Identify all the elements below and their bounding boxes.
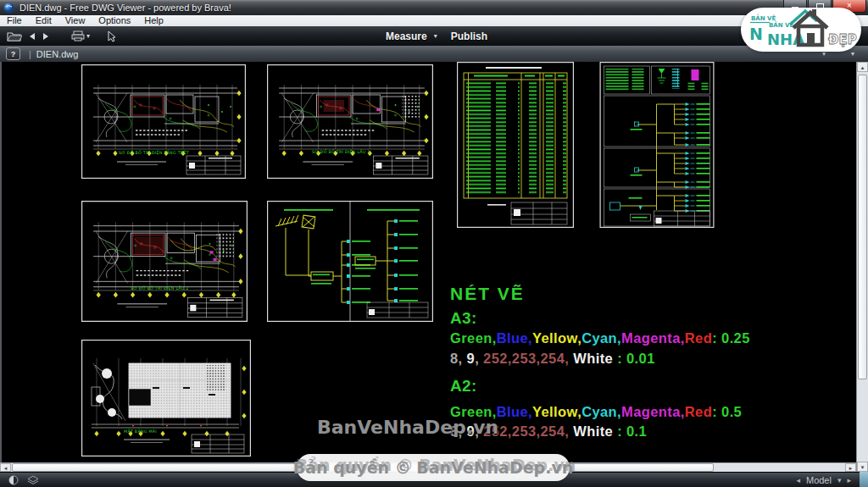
- menu-bar: File Edit View Options Help: [0, 15, 868, 27]
- logo-small-text: BẢN VẼ: [751, 14, 776, 22]
- legend-a2-label: A2:: [450, 377, 477, 396]
- legend-segment: ,: [565, 351, 573, 366]
- sheet-caption: MẶT BẰNG MÁI: [124, 429, 157, 434]
- watermark-bottom: Bản quyền © BanVeNhaDep.vn: [297, 454, 570, 481]
- sheet-caption: SƠ ĐỒ BỐ TRÍ ĐIỆN LẦU 1: [312, 149, 370, 154]
- legend-segment: 0.01: [626, 351, 655, 366]
- legend-segment: 9: [467, 351, 476, 366]
- forward-button[interactable]: [39, 28, 53, 44]
- legend-segment: Cyan,: [581, 330, 621, 346]
- logo-graphic: BẢN VẼ N BẢN VẼ NHÀ ĐẸP: [741, 4, 861, 53]
- model-space-selector[interactable]: Model: [806, 475, 832, 485]
- sheet-caption: SƠ ĐỒ BỐ TRÍ ĐIỆN LẦU 2: [131, 285, 189, 291]
- select-tool-button[interactable]: [103, 28, 120, 44]
- app-window: DIEN.dwg - Free DWG Viewer - powered by …: [0, 0, 868, 487]
- legend-segment: 0.5: [721, 404, 742, 419]
- watermark-center: BanVeNhaDep.vn: [317, 417, 498, 438]
- vertical-scrollbar[interactable]: ▴ ▾: [856, 62, 868, 472]
- model-dropdown-icon[interactable]: ▾: [837, 476, 842, 484]
- legend-segment: 0.1: [626, 423, 647, 439]
- printer-icon: [71, 30, 85, 42]
- menu-help[interactable]: Help: [137, 15, 170, 26]
- legend-segment: Magenta,: [621, 330, 685, 346]
- status-corner: [860, 472, 868, 487]
- menu-file[interactable]: File: [0, 15, 29, 26]
- toolbar: ▾ Measure ▾ Publish: [0, 26, 868, 47]
- folder-open-icon: [7, 30, 22, 42]
- legend-segment: 0.25: [721, 330, 750, 346]
- help-icon: ?: [11, 50, 16, 58]
- vertical-scroll-thumb[interactable]: [858, 75, 867, 379]
- sheet-plan-ground: [81, 64, 246, 179]
- sheet-plan-level1: [267, 64, 433, 179]
- contrast-toggle-button[interactable]: [8, 475, 19, 485]
- logo-letter-n: N: [749, 25, 763, 43]
- publish-button[interactable]: Publish: [451, 30, 487, 42]
- legend-segment: Green,: [450, 330, 497, 346]
- layers-icon: [27, 475, 39, 485]
- print-button[interactable]: ▾: [68, 28, 95, 44]
- sheet-schedule-table: [457, 62, 574, 228]
- scroll-left-icon[interactable]: ◂: [0, 463, 11, 472]
- sheet-caption: SƠ ĐỒ BỐ TRÍ ĐIỆN TẦNG TRỆT: [119, 150, 189, 155]
- back-icon: [29, 32, 36, 41]
- legend-a3-grays: 8, 9, 252,253,254, White : 0.01: [450, 351, 655, 367]
- back-button[interactable]: [25, 28, 39, 44]
- sheet-tv-schematic: [267, 201, 433, 322]
- tab-bar: ? | DIEN.dwg ▾ ▾: [0, 46, 868, 63]
- legend-a3-label: A3:: [450, 309, 477, 328]
- menu-edit[interactable]: Edit: [29, 15, 58, 26]
- legend-segment: ,: [459, 351, 467, 366]
- legend-segment: Magenta,: [621, 404, 685, 419]
- window-title: DIEN.dwg - Free DWG Viewer - powered by …: [19, 3, 231, 13]
- scroll-right-icon[interactable]: ▸: [845, 463, 856, 472]
- legend-segment: Yellow,: [532, 330, 581, 346]
- legend-segment: 252,253,254: [483, 351, 565, 366]
- legend-segment: Blue,: [497, 330, 532, 346]
- layers-button[interactable]: [27, 475, 39, 485]
- legend-segment: Red: [685, 330, 712, 346]
- open-file-button[interactable]: [3, 28, 25, 44]
- legend-segment: :: [613, 423, 626, 439]
- legend-segment: White: [573, 351, 613, 366]
- legend-segment: Blue,: [497, 404, 532, 419]
- sheet-plan-level2: [81, 201, 248, 322]
- legend-segment: 8: [450, 351, 459, 366]
- watermark-bottom-text: Bản quyền © BanVeNhaDep.vn: [293, 458, 574, 477]
- tab-dien-dwg[interactable]: DIEN.dwg: [36, 49, 79, 59]
- site-logo: BẢN VẼ N BẢN VẼ NHÀ ĐẸP: [741, 4, 861, 53]
- legend-segment: :: [712, 404, 721, 419]
- app-icon: [3, 3, 14, 14]
- menu-view[interactable]: View: [58, 15, 92, 26]
- legend-segment: Cyan,: [581, 404, 621, 419]
- legend-segment: White: [573, 423, 613, 439]
- menu-options[interactable]: Options: [92, 15, 137, 26]
- sheet-riser-diagram: [599, 62, 715, 228]
- measure-caret-icon: ▾: [432, 32, 439, 40]
- measure-button[interactable]: Measure: [386, 30, 427, 42]
- print-caret-icon: ▾: [85, 32, 92, 40]
- scroll-down-icon[interactable]: ▾: [857, 462, 868, 472]
- legend-segment: Yellow,: [532, 404, 581, 419]
- model-next-icon[interactable]: ▸: [847, 476, 851, 484]
- drawing-canvas[interactable]: SƠ ĐỒ BỐ TRÍ ĐIỆN TẦNG TRỆT SƠ ĐỒ BỐ TRÍ…: [0, 62, 858, 462]
- cursor-icon: [107, 30, 116, 42]
- tab-separator: |: [29, 49, 31, 59]
- help-button[interactable]: ?: [6, 47, 20, 60]
- legend-segment: ,: [475, 351, 483, 366]
- scroll-up-icon[interactable]: ▴: [857, 62, 868, 72]
- legend-segment: Red: [685, 404, 712, 419]
- forward-icon: [42, 32, 49, 41]
- logo-dep-text: ĐẸP: [828, 32, 857, 47]
- legend-segment: ,: [565, 423, 573, 439]
- legend-a3-colors: Green,Blue,Yellow,Cyan,Magenta,Red: 0.25: [450, 330, 750, 346]
- model-prev-icon[interactable]: ◂: [796, 476, 800, 484]
- legend-title: NÉT VẼ: [450, 284, 525, 304]
- sheet-roof-plan: [81, 340, 251, 457]
- contrast-icon: [8, 475, 19, 485]
- legend-segment: :: [613, 351, 626, 366]
- legend-segment: :: [712, 330, 721, 346]
- title-bar: DIEN.dwg - Free DWG Viewer - powered by …: [0, 0, 868, 16]
